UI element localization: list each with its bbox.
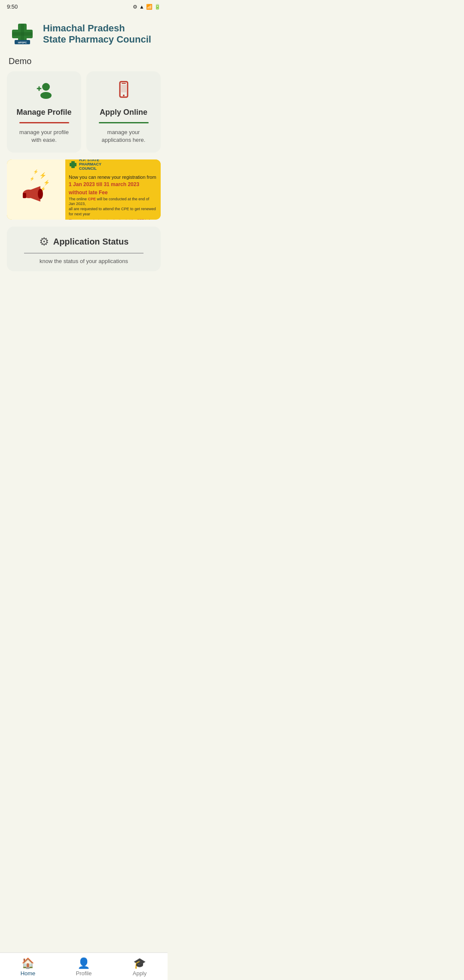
signal-icon: 📶 (146, 4, 153, 10)
svg-text:⚡: ⚡ (43, 179, 50, 186)
svg-point-6 (42, 83, 50, 91)
svg-rect-24 (70, 163, 76, 166)
banner-line4: The online CPE will be conducted at the … (69, 197, 156, 217)
apply-online-card[interactable]: Apply Online manage yourapplications her… (86, 71, 161, 153)
wifi-icon: ▲ (139, 4, 144, 10)
banner-left: ⚡ ⚡ ⚡ ⚡ ⚡ (7, 159, 65, 220)
svg-text:⚡: ⚡ (39, 172, 47, 179)
battery-icon: 🔋 (154, 4, 161, 10)
banner-line3: without late Fee (69, 190, 156, 196)
banner-logo: H.P. STATEPHARMACYCOUNCIL (69, 159, 156, 171)
banner-logo-text: H.P. STATEPHARMACYCOUNCIL (79, 159, 101, 171)
svg-rect-3 (12, 32, 33, 36)
apply-online-title: Apply Online (100, 108, 147, 117)
manage-profile-card[interactable]: Manage Profile manage your profilewith e… (7, 71, 81, 153)
manage-profile-desc: manage your profilewith ease. (19, 129, 69, 144)
app-logo: HPSPC (9, 20, 36, 48)
svg-text:⚡: ⚡ (30, 176, 35, 181)
banner-line2: 1 Jan 2023 till 31 march 2023 (69, 181, 156, 188)
svg-point-22 (38, 189, 43, 199)
svg-point-12 (123, 95, 125, 96)
add-person-icon (35, 80, 54, 103)
header-title-line2: State Pharmacy Council (43, 34, 151, 45)
status-card-desc: know the status of your applications (40, 258, 128, 264)
status-bar: 9:50 ⚙ ▲ 📶 🔋 (0, 0, 168, 13)
application-status-card[interactable]: ⚙ Application Status know the status of … (7, 227, 161, 271)
main-cards-row: Manage Profile manage your profilewith e… (0, 71, 168, 153)
apply-online-divider (99, 122, 149, 123)
manage-profile-divider (19, 122, 69, 123)
announcement-banner: ⚡ ⚡ ⚡ ⚡ ⚡ H.P. STATEPHARMACYCOUNCIL Now … (7, 159, 161, 220)
svg-rect-21 (23, 193, 26, 198)
banner-line5: Please ignore who has already attended t… (69, 218, 156, 220)
phone-icon (114, 80, 133, 103)
settings-icon: ⚙ (133, 4, 137, 10)
status-card-header: ⚙ Application Status (39, 235, 129, 248)
svg-rect-13 (121, 85, 126, 92)
status-icons: ⚙ ▲ 📶 🔋 (133, 4, 161, 10)
status-time: 9:50 (7, 3, 18, 10)
header-title-block: Himachal Pradesh State Pharmacy Council (43, 23, 151, 46)
svg-rect-11 (122, 83, 126, 84)
gear-icon: ⚙ (39, 235, 49, 248)
svg-point-7 (40, 92, 52, 99)
banner-line1: Now you can renew your registration from (69, 174, 156, 180)
apply-online-desc: manage yourapplications here. (102, 129, 146, 144)
status-card-title: Application Status (53, 237, 129, 247)
svg-text:HPSPC: HPSPC (18, 41, 27, 44)
svg-text:⚡: ⚡ (33, 169, 39, 175)
status-divider (24, 253, 143, 254)
demo-label: Demo (0, 53, 168, 71)
manage-profile-title: Manage Profile (16, 108, 71, 117)
header-title-line1: Himachal Pradesh (43, 23, 151, 34)
banner-right: H.P. STATEPHARMACYCOUNCIL Now you can re… (65, 159, 161, 220)
app-header: HPSPC Himachal Pradesh State Pharmacy Co… (0, 13, 168, 53)
